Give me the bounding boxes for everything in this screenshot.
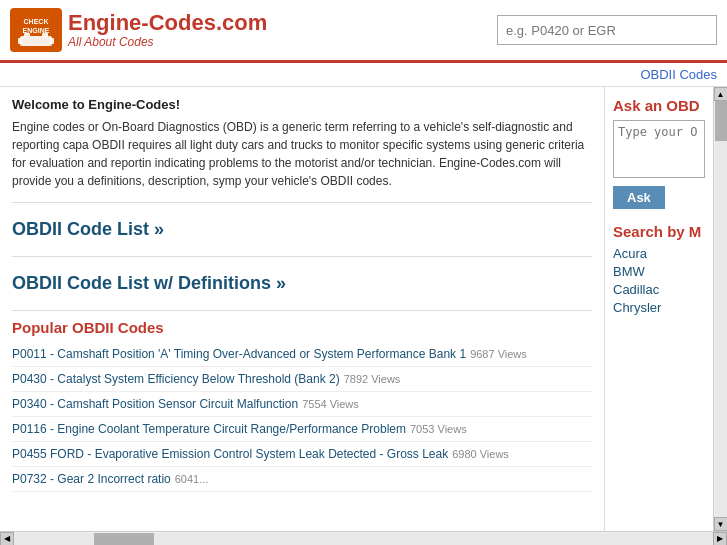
popular-codes-title: Popular OBDII Codes <box>12 319 592 336</box>
obdii-codes-nav-link[interactable]: OBDII Codes <box>640 67 717 82</box>
divider-1 <box>12 202 592 203</box>
sidebar: Ask an OBD Ask Search by M AcuraBMWCadil… <box>605 87 713 531</box>
divider-3 <box>12 310 592 311</box>
svg-rect-5 <box>42 33 48 37</box>
code-link[interactable]: P0455 FORD - Evaporative Emission Contro… <box>12 447 448 461</box>
code-list-1-link[interactable]: OBDII Code List » <box>12 211 592 248</box>
make-link[interactable]: Cadillac <box>613 282 705 297</box>
ask-button[interactable]: Ask <box>613 186 665 209</box>
hscroll-thumb[interactable] <box>94 533 154 545</box>
code-link[interactable]: P0430 - Catalyst System Efficiency Below… <box>12 372 340 386</box>
intro-text: Engine codes or On-Board Diagnostics (OB… <box>12 118 592 190</box>
svg-text:CHECK: CHECK <box>24 18 49 25</box>
divider-2 <box>12 256 592 257</box>
table-row: P0340 - Camshaft Position Sensor Circuit… <box>12 392 592 417</box>
ask-textarea[interactable] <box>613 120 705 178</box>
code-link[interactable]: P0011 - Camshaft Position 'A' Timing Ove… <box>12 347 466 361</box>
scroll-thumb[interactable] <box>715 101 727 141</box>
table-row: P0455 FORD - Evaporative Emission Contro… <box>12 442 592 467</box>
codes-list: P0011 - Camshaft Position 'A' Timing Ove… <box>12 342 592 492</box>
table-row: P0116 - Engine Coolant Temperature Circu… <box>12 417 592 442</box>
svg-rect-7 <box>50 38 54 44</box>
header: CHECK ENGINE Engine-Codes.com All About … <box>0 0 727 63</box>
search-by-make-title: Search by M <box>613 223 705 240</box>
welcome-title: Welcome to Engine-Codes! <box>12 97 592 112</box>
make-link[interactable]: BMW <box>613 264 705 279</box>
code-views: 7554 Views <box>302 398 359 410</box>
make-link[interactable]: Chrysler <box>613 300 705 315</box>
code-link[interactable]: P0732 - Gear 2 Incorrect ratio <box>12 472 171 486</box>
svg-text:ENGINE: ENGINE <box>23 27 50 34</box>
scroll-up-arrow[interactable]: ▲ <box>714 87 728 101</box>
logo-text-area: Engine-Codes.com All About Codes <box>68 11 267 49</box>
code-list-2-link[interactable]: OBDII Code List w/ Definitions » <box>12 265 592 302</box>
table-row: P0011 - Camshaft Position 'A' Timing Ove… <box>12 342 592 367</box>
svg-rect-4 <box>24 33 30 37</box>
check-engine-icon: CHECK ENGINE <box>10 8 62 52</box>
make-link[interactable]: Acura <box>613 246 705 261</box>
main-content: Welcome to Engine-Codes! Engine codes or… <box>0 87 605 531</box>
logo-area: CHECK ENGINE Engine-Codes.com All About … <box>10 8 497 52</box>
code-views: 7053 Views <box>410 423 467 435</box>
nav-bar: OBDII Codes <box>0 63 727 87</box>
scroll-track[interactable] <box>715 101 727 517</box>
code-link[interactable]: P0340 - Camshaft Position Sensor Circuit… <box>12 397 298 411</box>
vertical-scrollbar[interactable]: ▲ ▼ <box>713 87 727 531</box>
table-row: P0430 - Catalyst System Efficiency Below… <box>12 367 592 392</box>
code-views: 9687 Views <box>470 348 527 360</box>
scroll-down-arrow[interactable]: ▼ <box>714 517 728 531</box>
search-input[interactable] <box>497 15 717 45</box>
code-views: 7892 Views <box>344 373 401 385</box>
hscroll-track[interactable] <box>14 533 713 545</box>
makes-list: AcuraBMWCadillacChrysler <box>613 246 705 315</box>
svg-rect-3 <box>20 36 52 46</box>
hscroll-right-arrow[interactable]: ▶ <box>713 532 727 546</box>
code-views: 6980 Views <box>452 448 509 460</box>
table-row: P0732 - Gear 2 Incorrect ratio6041... <box>12 467 592 492</box>
hscroll-left-arrow[interactable]: ◀ <box>0 532 14 546</box>
search-area <box>497 15 717 45</box>
code-link[interactable]: P0116 - Engine Coolant Temperature Circu… <box>12 422 406 436</box>
svg-rect-6 <box>18 38 22 44</box>
logo-subtitle: All About Codes <box>68 35 267 49</box>
horizontal-scrollbar[interactable]: ◀ ▶ <box>0 531 727 545</box>
logo-title: Engine-Codes.com <box>68 11 267 35</box>
ask-obd-title: Ask an OBD <box>613 97 705 114</box>
code-views: 6041... <box>175 473 209 485</box>
